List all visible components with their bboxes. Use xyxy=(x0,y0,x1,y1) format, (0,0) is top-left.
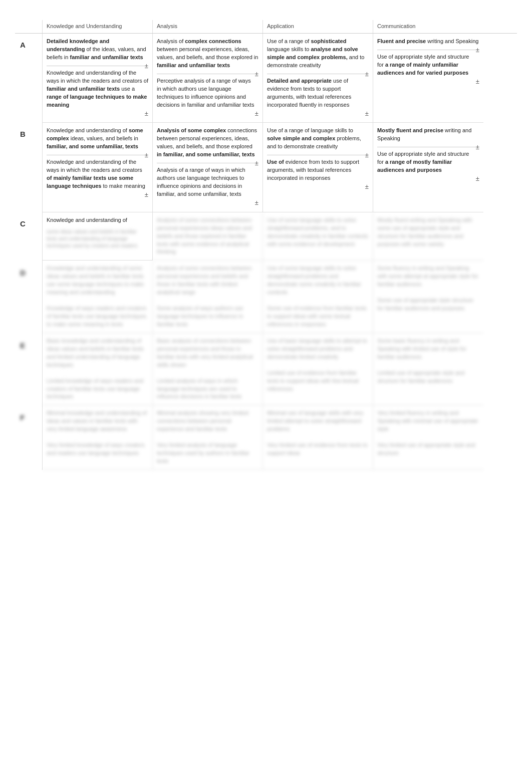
plus-icon[interactable]: ± xyxy=(476,143,479,152)
row-f: F Minimal knowledge and understanding of… xyxy=(15,405,517,470)
entry: Fluent and precise writing and Speaking … xyxy=(377,38,479,46)
row-c-knowledge: Knowledge and understanding of some idea… xyxy=(43,212,153,261)
plus-icon[interactable]: ± xyxy=(145,151,148,160)
header-row: Knowledge and Understanding Analysis App… xyxy=(15,20,517,34)
row-f-application: Minimal use of language skills with very… xyxy=(263,405,373,470)
blurred-entry: some ideas values and beliefs in familia… xyxy=(47,228,148,249)
row-f-communication: Very limited fluency in writing and Spea… xyxy=(373,405,483,470)
entry: Analysis of some complex connections bet… xyxy=(157,127,258,159)
entry: Use of a range of sophisticated language… xyxy=(267,38,369,70)
page: Knowledge and Understanding Analysis App… xyxy=(0,0,532,490)
plus-icon[interactable]: ± xyxy=(255,70,258,79)
row-e-knowledge: Basic knowledge and understanding of ide… xyxy=(43,333,153,406)
row-d-analysis: Analysis of some connections between per… xyxy=(153,260,263,333)
header-communication: Communication xyxy=(373,20,483,33)
row-b-label: B xyxy=(15,123,43,212)
row-d: D Knowledge and understanding of some id… xyxy=(15,260,517,333)
plus-icon[interactable]: ± xyxy=(365,109,369,119)
row-a-application: Use of a range of sophisticated language… xyxy=(263,34,373,123)
row-e: E Basic knowledge and understanding of i… xyxy=(15,333,517,406)
entry: Detailed and appropriate use of evidence… xyxy=(267,77,369,109)
row-b: B Knowledge and understanding of some co… xyxy=(15,123,517,212)
row-c-communication: Mostly fluent writing and Speaking with … xyxy=(373,212,483,261)
plus-icon[interactable]: ± xyxy=(365,182,369,192)
row-f-knowledge: Minimal knowledge and understanding of i… xyxy=(43,405,153,470)
row-a-analysis: Analysis of complex connections between … xyxy=(153,34,263,123)
entry: Use of appropriate style and structure f… xyxy=(377,150,479,174)
plus-icon[interactable]: ± xyxy=(476,46,479,55)
entry: Knowledge and understanding of the ways … xyxy=(47,158,148,190)
plus-icon[interactable]: ± xyxy=(365,151,369,160)
header-empty xyxy=(15,20,43,33)
row-c: C Knowledge and understanding of some id… xyxy=(15,212,517,261)
row-c-analysis: Analysis of some connections between per… xyxy=(153,212,263,261)
row-b-application: Use of a range of language skills to sol… xyxy=(263,123,373,212)
row-a: A Detailed knowledge and understanding o… xyxy=(15,34,517,123)
entry: Use of a range of language skills to sol… xyxy=(267,127,369,151)
row-a-communication: Fluent and precise writing and Speaking … xyxy=(373,34,483,123)
entry: Analysis of complex connections between … xyxy=(157,38,258,70)
row-e-analysis: Basic analysis of connections between pe… xyxy=(153,333,263,406)
entry: Use of appropriate style and structure f… xyxy=(377,53,479,77)
entry: Mostly fluent and precise writing and Sp… xyxy=(377,127,479,143)
entry: Analysis of a range of ways in which aut… xyxy=(157,166,258,198)
plus-icon[interactable]: ± xyxy=(365,70,369,79)
plus-icon[interactable]: ± xyxy=(145,109,148,119)
row-c-label: C xyxy=(15,212,43,261)
row-e-label: E xyxy=(15,333,43,406)
entry: Knowledge and understanding of some comp… xyxy=(47,127,148,151)
plus-icon[interactable]: ± xyxy=(145,62,148,71)
row-a-knowledge: Detailed knowledge and understanding of … xyxy=(43,34,153,123)
row-e-communication: Some basic fluency in writing and Speaki… xyxy=(373,333,483,406)
row-e-application: Use of basic language skills to attempt … xyxy=(263,333,373,406)
plus-icon[interactable]: ± xyxy=(255,198,258,208)
plus-icon[interactable]: ± xyxy=(145,190,148,200)
row-b-knowledge: Knowledge and understanding of some comp… xyxy=(43,123,153,212)
entry: Knowledge and understanding of the ways … xyxy=(47,69,148,109)
plus-icon[interactable]: ± xyxy=(255,159,258,168)
row-a-label: A xyxy=(15,34,43,123)
row-d-label: D xyxy=(15,260,43,333)
plus-icon[interactable]: ± xyxy=(255,109,258,119)
row-b-communication: Mostly fluent and precise writing and Sp… xyxy=(373,123,483,212)
row-f-label: F xyxy=(15,405,43,470)
row-d-knowledge: Knowledge and understanding of some idea… xyxy=(43,260,153,333)
row-d-communication: Some fluency in writing and Speaking wit… xyxy=(373,260,483,333)
row-f-analysis: Minimal analysis showing very limited co… xyxy=(153,405,263,470)
row-b-analysis: Analysis of some complex connections bet… xyxy=(153,123,263,212)
header-knowledge: Knowledge and Understanding xyxy=(43,20,153,33)
entry: Perceptive analysis of a range of ways i… xyxy=(157,77,258,109)
row-c-application: Use of some language skills to solve str… xyxy=(263,212,373,261)
plus-icon[interactable]: ± xyxy=(476,77,479,87)
plus-icon[interactable]: ± xyxy=(476,174,479,184)
entry: Detailed knowledge and understanding of … xyxy=(47,38,148,62)
row-d-application: Use of some language skills to solve str… xyxy=(263,260,373,333)
entry: Knowledge and understanding of xyxy=(47,216,148,224)
header-application: Application xyxy=(263,20,373,33)
header-analysis: Analysis xyxy=(153,20,263,33)
entry: Use of evidence from texts to support ar… xyxy=(267,158,369,182)
